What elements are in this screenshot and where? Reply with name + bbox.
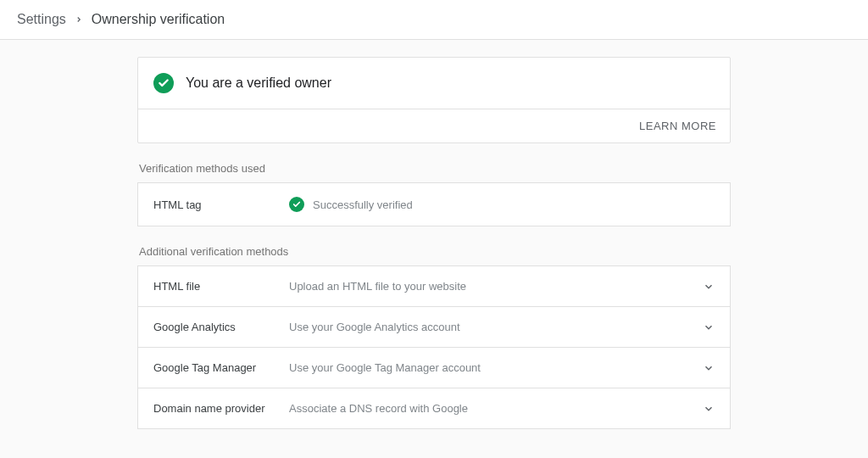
method-status-text: Successfully verified [313, 198, 413, 211]
method-row-domain-name-provider[interactable]: Domain name provider Associate a DNS rec… [137, 388, 731, 429]
method-row-html-tag[interactable]: HTML tag Successfully verified [137, 182, 731, 226]
check-circle-icon [153, 73, 174, 93]
used-methods-label: Verification methods used [139, 162, 731, 175]
method-desc: Use your Google Tag Manager account [289, 361, 481, 374]
additional-methods-label: Additional verification methods [139, 245, 731, 258]
learn-more-button[interactable]: LEARN MORE [639, 120, 716, 132]
verified-owner-card: You are a verified owner LEARN MORE [137, 57, 731, 143]
method-desc: Upload an HTML file to your website [289, 280, 466, 293]
method-desc: Associate a DNS record with Google [289, 402, 468, 415]
breadcrumb: Settings Ownership verification [0, 0, 868, 40]
chevron-down-icon [703, 403, 715, 415]
chevron-down-icon [703, 362, 715, 374]
method-desc: Use your Google Analytics account [289, 321, 460, 333]
method-row-google-analytics[interactable]: Google Analytics Use your Google Analyti… [137, 306, 731, 348]
method-name: Domain name provider [153, 402, 289, 415]
page-title: Ownership verification [92, 12, 225, 27]
method-row-google-tag-manager[interactable]: Google Tag Manager Use your Google Tag M… [137, 347, 731, 388]
check-circle-icon [289, 197, 304, 212]
page-body: You are a verified owner LEARN MORE Veri… [0, 40, 868, 458]
chevron-right-icon [75, 15, 83, 24]
method-row-html-file[interactable]: HTML file Upload an HTML file to your we… [137, 265, 731, 307]
breadcrumb-parent[interactable]: Settings [17, 12, 66, 27]
chevron-down-icon [703, 281, 715, 293]
method-name: HTML file [153, 280, 289, 293]
chevron-down-icon [703, 321, 715, 333]
method-name: HTML tag [153, 198, 289, 211]
method-name: Google Analytics [153, 321, 289, 333]
verified-owner-title: You are a verified owner [186, 75, 331, 91]
method-name: Google Tag Manager [153, 361, 289, 374]
